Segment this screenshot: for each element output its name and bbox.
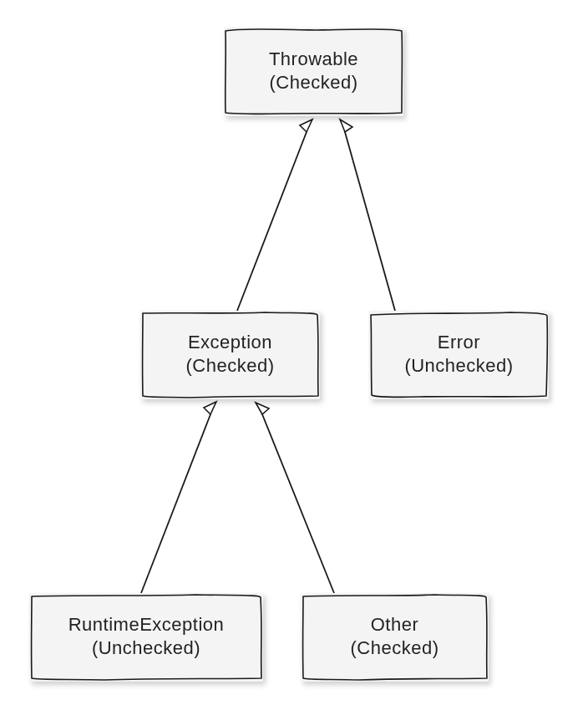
node-exception: Exception (Checked) [140, 311, 320, 399]
node-title: Throwable [269, 48, 358, 70]
node-subtitle: (Checked) [270, 72, 358, 94]
svg-marker-5 [204, 402, 216, 414]
node-subtitle: (Unchecked) [404, 355, 513, 377]
node-throwable: Throwable (Checked) [224, 28, 403, 116]
node-subtitle: (Checked) [351, 637, 439, 659]
node-other: Other (Checked) [301, 593, 489, 682]
edge-exception-to-throwable [237, 119, 312, 311]
svg-line-2 [345, 132, 395, 311]
node-subtitle: (Checked) [186, 355, 275, 377]
svg-marker-7 [256, 403, 269, 414]
svg-line-6 [262, 414, 334, 593]
edge-runtime-to-exception [141, 402, 216, 593]
node-error: Error (Unchecked) [369, 311, 549, 399]
edge-other-to-exception [256, 403, 334, 593]
class-hierarchy-diagram: Throwable (Checked) Exception (Checked) … [0, 0, 588, 710]
node-title: Error [438, 332, 480, 353]
edge-error-to-throwable [340, 119, 395, 311]
svg-line-4 [141, 414, 210, 593]
svg-marker-3 [340, 119, 352, 132]
node-title: Exception [188, 332, 272, 353]
svg-line-0 [237, 132, 307, 311]
node-subtitle: (Unchecked) [92, 637, 200, 659]
node-title: Other [371, 614, 419, 636]
svg-marker-1 [300, 119, 312, 132]
node-title: RuntimeException [68, 614, 225, 636]
node-runtime-exception: RuntimeException (Unchecked) [29, 593, 263, 682]
